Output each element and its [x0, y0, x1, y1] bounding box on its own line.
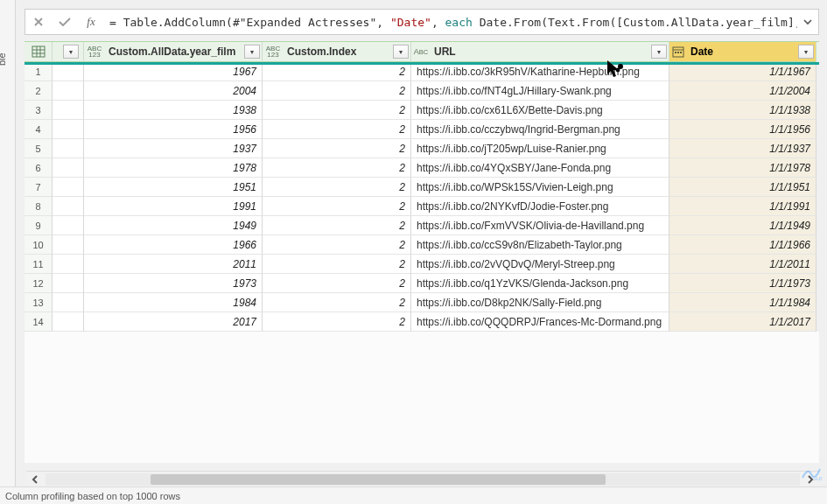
- cell-year[interactable]: 1951: [84, 178, 263, 197]
- cell-url[interactable]: https://i.ibb.co/2NYKvfD/Jodie-Foster.pn…: [411, 197, 669, 216]
- cell-index[interactable]: 2: [263, 293, 411, 312]
- cell-index[interactable]: 2: [263, 255, 411, 274]
- column-filter-url[interactable]: ▾: [651, 45, 667, 59]
- row-number[interactable]: 9: [25, 216, 53, 235]
- column-header-date[interactable]: Date ▾: [669, 42, 816, 62]
- formula-expand-button[interactable]: [797, 17, 818, 27]
- cell-year[interactable]: 1978: [84, 158, 263, 178]
- row-number[interactable]: 11: [25, 255, 53, 274]
- table-row[interactable]: 1120112https://i.ibb.co/2vVQDvQ/Meryl-St…: [25, 255, 819, 274]
- row-number[interactable]: 12: [25, 274, 53, 293]
- row-number[interactable]: 5: [25, 139, 53, 158]
- cell-date[interactable]: 1/1/2011: [669, 255, 816, 274]
- cell-url[interactable]: https://i.ibb.co/WPSk15S/Vivien-Leigh.pn…: [411, 178, 669, 197]
- cell-year[interactable]: 1973: [84, 274, 263, 293]
- horizontal-scrollbar[interactable]: [26, 471, 819, 486]
- cell-url[interactable]: https://i.ibb.co/q1YzVKS/Glenda-Jackson.…: [411, 274, 669, 293]
- table-row[interactable]: 119672https://i.ibb.co/3kR95hV/Katharine…: [25, 62, 819, 81]
- cell-year[interactable]: 1938: [84, 101, 263, 120]
- cell-year[interactable]: 2011: [84, 255, 263, 274]
- column-filter-year[interactable]: ▾: [244, 45, 260, 59]
- row-number[interactable]: 3: [25, 101, 53, 120]
- cell-url[interactable]: https://i.ibb.co/jT205wp/Luise-Ranier.pn…: [411, 139, 669, 158]
- cell-url[interactable]: https://i.ibb.co/cx61L6X/Bette-Davis.png: [411, 101, 669, 120]
- table-row[interactable]: 1019662https://i.ibb.co/ccS9v8n/Elizabet…: [25, 235, 819, 255]
- row-number[interactable]: 1: [25, 62, 53, 81]
- cell-date[interactable]: 1/1/2004: [669, 81, 816, 101]
- cell-url[interactable]: https://i.ibb.co/4YQxSBY/Jane-Fonda.png: [411, 158, 669, 178]
- scroll-thumb[interactable]: [151, 474, 606, 485]
- cell-index[interactable]: 2: [263, 312, 411, 332]
- cell-index[interactable]: 2: [263, 120, 411, 139]
- formula-accept-button[interactable]: [52, 10, 78, 34]
- table-row[interactable]: 419562https://i.ibb.co/cczybwq/Ingrid-Be…: [25, 120, 819, 139]
- table-row[interactable]: 220042https://i.ibb.co/fNT4gLJ/Hillary-S…: [25, 81, 819, 101]
- cell-index[interactable]: 2: [263, 235, 411, 255]
- cell-date[interactable]: 1/1/1967: [669, 62, 816, 81]
- cell-url[interactable]: https://i.ibb.co/2vVQDvQ/Meryl-Streep.pn…: [411, 255, 669, 274]
- cell-url[interactable]: https://i.ibb.co/FxmVVSK/Olivia-de-Havil…: [411, 216, 669, 235]
- cell-date[interactable]: 1/1/1956: [669, 120, 816, 139]
- cell-index[interactable]: 2: [263, 81, 411, 101]
- cell-date[interactable]: 1/1/1973: [669, 274, 816, 293]
- cell-year[interactable]: 1984: [84, 293, 263, 312]
- table-row[interactable]: 719512https://i.ibb.co/WPSk15S/Vivien-Le…: [25, 178, 819, 197]
- cell-year[interactable]: 1991: [84, 197, 263, 216]
- queries-panel-collapsed[interactable]: ble: [0, 0, 16, 486]
- column-header-url[interactable]: ABC URL ▾: [411, 42, 669, 62]
- row-number[interactable]: 10: [25, 235, 53, 255]
- cell-url[interactable]: https://i.ibb.co/QQQDRPJ/Frances-Mc-Dorm…: [411, 312, 669, 332]
- column-header-year[interactable]: ABC 123 Custom.AllData.year_film ▾: [84, 42, 263, 62]
- cell-date[interactable]: 1/1/1951: [669, 178, 816, 197]
- cell-year[interactable]: 1949: [84, 216, 263, 235]
- cell-year[interactable]: 1956: [84, 120, 263, 139]
- row-expand-header[interactable]: ▾: [53, 42, 84, 62]
- cell-year[interactable]: 2004: [84, 81, 263, 101]
- cell-index[interactable]: 2: [263, 216, 411, 235]
- cell-date[interactable]: 1/1/1937: [669, 139, 816, 158]
- cell-index[interactable]: 2: [263, 274, 411, 293]
- row-number[interactable]: 14: [25, 312, 53, 332]
- table-row[interactable]: 519372https://i.ibb.co/jT205wp/Luise-Ran…: [25, 139, 819, 158]
- row-number[interactable]: 7: [25, 178, 53, 197]
- cell-index[interactable]: 2: [263, 101, 411, 120]
- table-row[interactable]: 919492https://i.ibb.co/FxmVVSK/Olivia-de…: [25, 216, 819, 235]
- table-row[interactable]: 1319842https://i.ibb.co/D8kp2NK/Sally-Fi…: [25, 293, 819, 312]
- cell-url[interactable]: https://i.ibb.co/cczybwq/Ingrid-Bergman.…: [411, 120, 669, 139]
- formula-cancel-button[interactable]: [25, 10, 52, 34]
- scroll-track[interactable]: [46, 473, 800, 486]
- select-all-corner[interactable]: [25, 42, 53, 62]
- cell-date[interactable]: 1/1/1978: [669, 158, 816, 178]
- table-row[interactable]: 319382https://i.ibb.co/cx61L6X/Bette-Dav…: [25, 101, 819, 120]
- cell-year[interactable]: 1966: [84, 235, 263, 255]
- cell-date[interactable]: 1/1/1966: [669, 235, 816, 255]
- cell-index[interactable]: 2: [263, 158, 411, 178]
- cell-date[interactable]: 1/1/2017: [669, 312, 816, 332]
- table-row[interactable]: 1219732https://i.ibb.co/q1YzVKS/Glenda-J…: [25, 274, 819, 293]
- row-number[interactable]: 6: [25, 158, 53, 178]
- column-filter-date[interactable]: ▾: [798, 45, 814, 59]
- row-number[interactable]: 13: [25, 293, 53, 312]
- cell-url[interactable]: https://i.ibb.co/ccS9v8n/Elizabeth-Taylo…: [411, 235, 669, 255]
- cell-index[interactable]: 2: [263, 197, 411, 216]
- cell-date[interactable]: 1/1/1938: [669, 101, 816, 120]
- table-row[interactable]: 1420172https://i.ibb.co/QQQDRPJ/Frances-…: [25, 312, 819, 332]
- cell-index[interactable]: 2: [263, 139, 411, 158]
- cell-year[interactable]: 1937: [84, 139, 263, 158]
- formula-input[interactable]: = Table.AddColumn(#"Expanded Actresses",…: [104, 16, 797, 29]
- row-number[interactable]: 8: [25, 197, 53, 216]
- cell-date[interactable]: 1/1/1949: [669, 216, 816, 235]
- table-row[interactable]: 819912https://i.ibb.co/2NYKvfD/Jodie-Fos…: [25, 197, 819, 216]
- cell-date[interactable]: 1/1/1991: [669, 197, 816, 216]
- cell-date[interactable]: 1/1/1984: [669, 293, 816, 312]
- row-number[interactable]: 4: [25, 120, 53, 139]
- column-filter-index[interactable]: ▾: [393, 45, 409, 59]
- cell-year[interactable]: 2017: [84, 312, 263, 332]
- cell-url[interactable]: https://i.ibb.co/fNT4gLJ/Hillary-Swank.p…: [411, 81, 669, 101]
- column-header-index[interactable]: ABC 123 Custom.Index ▾: [263, 42, 411, 62]
- cell-url[interactable]: https://i.ibb.co/D8kp2NK/Sally-Field.png: [411, 293, 669, 312]
- row-number[interactable]: 2: [25, 81, 53, 101]
- expand-filter-dropdown[interactable]: ▾: [63, 45, 79, 59]
- scroll-left-button[interactable]: [26, 472, 44, 487]
- cell-year[interactable]: 1967: [84, 62, 263, 81]
